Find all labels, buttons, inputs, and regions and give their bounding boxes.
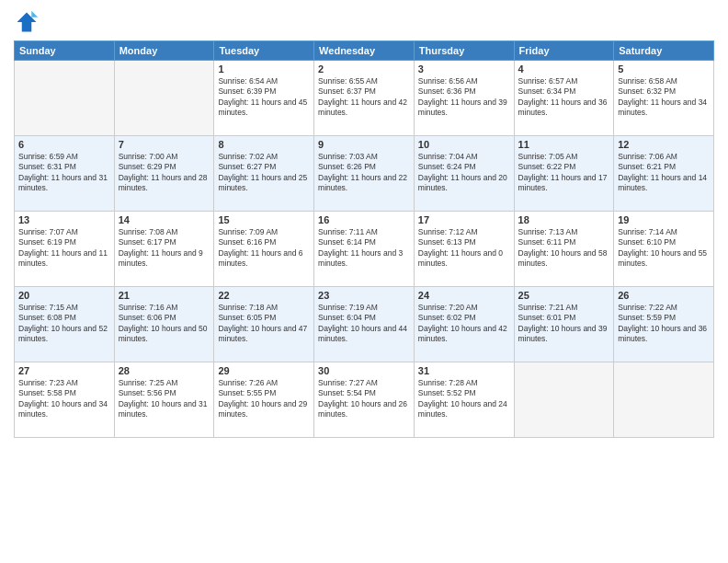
calendar-cell: 22Sunrise: 7:18 AMSunset: 6:05 PMDayligh…	[214, 287, 314, 362]
calendar-cell: 31Sunrise: 7:28 AMSunset: 5:52 PMDayligh…	[414, 362, 514, 438]
day-number: 23	[318, 290, 410, 301]
day-number: 18	[518, 214, 610, 225]
day-number: 7	[119, 139, 210, 150]
calendar-cell	[514, 362, 614, 438]
calendar-cell: 11Sunrise: 7:05 AMSunset: 6:22 PMDayligh…	[514, 136, 614, 212]
day-number: 11	[518, 139, 610, 150]
logo	[14, 9, 42, 35]
weekday-header-sunday: Sunday	[15, 41, 115, 61]
day-info: Sunrise: 6:56 AMSunset: 6:36 PMDaylight:…	[418, 76, 510, 119]
day-number: 21	[119, 290, 210, 301]
day-info: Sunrise: 7:09 AMSunset: 6:16 PMDaylight:…	[218, 227, 310, 270]
day-number: 13	[18, 214, 110, 225]
day-info: Sunrise: 6:59 AMSunset: 6:31 PMDaylight:…	[18, 152, 110, 194]
calendar-cell	[15, 61, 115, 136]
day-info: Sunrise: 7:28 AMSunset: 5:52 PMDaylight:…	[418, 378, 510, 420]
calendar-cell: 19Sunrise: 7:14 AMSunset: 6:10 PMDayligh…	[614, 212, 714, 287]
weekday-header-monday: Monday	[114, 41, 214, 61]
calendar-cell: 12Sunrise: 7:06 AMSunset: 6:21 PMDayligh…	[614, 136, 714, 212]
week-row-3: 13Sunrise: 7:07 AMSunset: 6:19 PMDayligh…	[15, 212, 714, 287]
day-info: Sunrise: 7:06 AMSunset: 6:21 PMDaylight:…	[618, 152, 710, 194]
day-number: 25	[518, 290, 610, 301]
calendar-cell: 30Sunrise: 7:27 AMSunset: 5:54 PMDayligh…	[314, 362, 415, 438]
week-row-4: 20Sunrise: 7:15 AMSunset: 6:08 PMDayligh…	[15, 287, 714, 362]
weekday-header-tuesday: Tuesday	[214, 41, 314, 61]
day-number: 16	[318, 214, 410, 225]
day-number: 8	[218, 139, 310, 150]
header	[14, 9, 714, 35]
day-info: Sunrise: 7:20 AMSunset: 6:02 PMDaylight:…	[418, 303, 510, 345]
calendar-cell	[614, 362, 714, 438]
calendar-table: SundayMondayTuesdayWednesdayThursdayFrid…	[14, 40, 714, 438]
day-number: 2	[318, 63, 410, 75]
calendar-cell: 6Sunrise: 6:59 AMSunset: 6:31 PMDaylight…	[15, 136, 115, 212]
day-number: 1	[218, 63, 310, 75]
weekday-header-row: SundayMondayTuesdayWednesdayThursdayFrid…	[15, 41, 714, 61]
day-info: Sunrise: 7:18 AMSunset: 6:05 PMDaylight:…	[218, 303, 310, 345]
day-number: 31	[418, 365, 510, 376]
day-number: 10	[418, 139, 510, 150]
day-number: 12	[618, 139, 710, 150]
calendar-cell: 28Sunrise: 7:25 AMSunset: 5:56 PMDayligh…	[114, 362, 214, 438]
day-info: Sunrise: 7:12 AMSunset: 6:13 PMDaylight:…	[418, 227, 510, 270]
weekday-header-wednesday: Wednesday	[314, 41, 415, 61]
week-row-5: 27Sunrise: 7:23 AMSunset: 5:58 PMDayligh…	[15, 362, 714, 438]
calendar-cell: 23Sunrise: 7:19 AMSunset: 6:04 PMDayligh…	[314, 287, 415, 362]
day-number: 14	[119, 214, 210, 225]
calendar-cell: 7Sunrise: 7:00 AMSunset: 6:29 PMDaylight…	[114, 136, 214, 212]
day-info: Sunrise: 7:16 AMSunset: 6:06 PMDaylight:…	[119, 303, 210, 345]
day-info: Sunrise: 7:25 AMSunset: 5:56 PMDaylight:…	[119, 378, 210, 420]
day-info: Sunrise: 7:02 AMSunset: 6:27 PMDaylight:…	[218, 152, 310, 194]
calendar-cell: 14Sunrise: 7:08 AMSunset: 6:17 PMDayligh…	[114, 212, 214, 287]
day-info: Sunrise: 7:19 AMSunset: 6:04 PMDaylight:…	[318, 303, 410, 345]
day-info: Sunrise: 6:58 AMSunset: 6:32 PMDaylight:…	[618, 76, 710, 119]
day-number: 6	[18, 139, 110, 150]
day-info: Sunrise: 7:13 AMSunset: 6:11 PMDaylight:…	[518, 227, 610, 270]
day-number: 17	[418, 214, 510, 225]
day-number: 3	[418, 63, 510, 75]
calendar-cell: 21Sunrise: 7:16 AMSunset: 6:06 PMDayligh…	[114, 287, 214, 362]
week-row-2: 6Sunrise: 6:59 AMSunset: 6:31 PMDaylight…	[15, 136, 714, 212]
day-info: Sunrise: 7:04 AMSunset: 6:24 PMDaylight:…	[418, 152, 510, 194]
calendar-cell: 29Sunrise: 7:26 AMSunset: 5:55 PMDayligh…	[214, 362, 314, 438]
calendar-cell: 27Sunrise: 7:23 AMSunset: 5:58 PMDayligh…	[15, 362, 115, 438]
day-number: 30	[318, 365, 410, 376]
calendar-cell: 2Sunrise: 6:55 AMSunset: 6:37 PMDaylight…	[314, 61, 415, 136]
day-number: 19	[618, 214, 710, 225]
day-number: 27	[18, 365, 110, 376]
day-info: Sunrise: 7:05 AMSunset: 6:22 PMDaylight:…	[518, 152, 610, 194]
day-info: Sunrise: 7:22 AMSunset: 5:59 PMDaylight:…	[618, 303, 710, 345]
calendar-cell: 15Sunrise: 7:09 AMSunset: 6:16 PMDayligh…	[214, 212, 314, 287]
day-info: Sunrise: 7:00 AMSunset: 6:29 PMDaylight:…	[119, 152, 210, 194]
weekday-header-friday: Friday	[514, 41, 614, 61]
calendar-cell: 13Sunrise: 7:07 AMSunset: 6:19 PMDayligh…	[15, 212, 115, 287]
calendar-cell: 20Sunrise: 7:15 AMSunset: 6:08 PMDayligh…	[15, 287, 115, 362]
day-number: 26	[618, 290, 710, 301]
calendar-cell: 25Sunrise: 7:21 AMSunset: 6:01 PMDayligh…	[514, 287, 614, 362]
svg-marker-1	[31, 11, 38, 17]
day-info: Sunrise: 7:26 AMSunset: 5:55 PMDaylight:…	[218, 378, 310, 420]
calendar-cell: 16Sunrise: 7:11 AMSunset: 6:14 PMDayligh…	[314, 212, 415, 287]
day-info: Sunrise: 7:21 AMSunset: 6:01 PMDaylight:…	[518, 303, 610, 345]
calendar-cell: 3Sunrise: 6:56 AMSunset: 6:36 PMDaylight…	[414, 61, 514, 136]
day-number: 20	[18, 290, 110, 301]
calendar-cell: 1Sunrise: 6:54 AMSunset: 6:39 PMDaylight…	[214, 61, 314, 136]
day-number: 4	[518, 63, 610, 75]
day-info: Sunrise: 7:03 AMSunset: 6:26 PMDaylight:…	[318, 152, 410, 194]
week-row-1: 1Sunrise: 6:54 AMSunset: 6:39 PMDaylight…	[15, 61, 714, 136]
day-number: 22	[218, 290, 310, 301]
day-info: Sunrise: 7:23 AMSunset: 5:58 PMDaylight:…	[18, 378, 110, 420]
day-info: Sunrise: 6:55 AMSunset: 6:37 PMDaylight:…	[318, 76, 410, 119]
weekday-header-saturday: Saturday	[614, 41, 714, 61]
day-info: Sunrise: 7:08 AMSunset: 6:17 PMDaylight:…	[119, 227, 210, 270]
day-number: 9	[318, 139, 410, 150]
day-number: 28	[119, 365, 210, 376]
calendar-cell: 10Sunrise: 7:04 AMSunset: 6:24 PMDayligh…	[414, 136, 514, 212]
day-number: 24	[418, 290, 510, 301]
calendar-cell	[114, 61, 214, 136]
day-info: Sunrise: 7:15 AMSunset: 6:08 PMDaylight:…	[18, 303, 110, 345]
day-info: Sunrise: 7:11 AMSunset: 6:14 PMDaylight:…	[318, 227, 410, 270]
calendar-cell: 26Sunrise: 7:22 AMSunset: 5:59 PMDayligh…	[614, 287, 714, 362]
logo-icon	[14, 9, 40, 35]
day-info: Sunrise: 6:54 AMSunset: 6:39 PMDaylight:…	[218, 76, 310, 119]
